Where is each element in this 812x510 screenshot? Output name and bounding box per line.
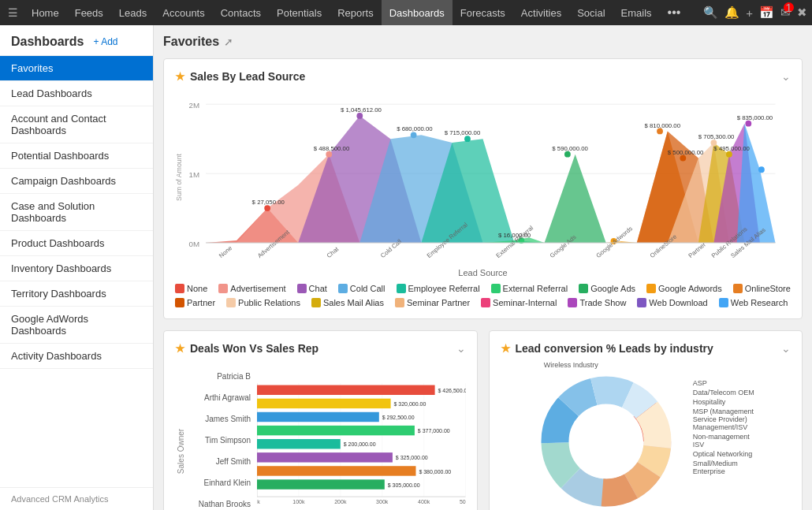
svg-point-7 — [264, 205, 270, 211]
legend-external-referral: External Referral — [491, 284, 568, 293]
bar-label-3: Tim Simpson — [191, 436, 251, 445]
svg-text:$ 488,500.00: $ 488,500.00 — [314, 145, 350, 152]
svg-rect-60 — [257, 439, 341, 449]
svg-text:$ 27,050.00: $ 27,050.00 — [252, 199, 285, 206]
legend-hospitality: Hospitality — [693, 398, 764, 406]
svg-text:$ 320,000.00: $ 320,000.00 — [393, 401, 426, 407]
bar-label-2: James Smith — [191, 415, 251, 423]
bar-label-0: Patricia B — [191, 372, 251, 381]
calendar-icon[interactable]: 📅 — [759, 6, 774, 20]
sidebar-item-inventory[interactable]: Inventory Dashboards — [0, 256, 153, 281]
nav-accounts[interactable]: Accounts — [155, 0, 212, 25]
svg-text:0k: 0k — [257, 499, 260, 504]
chart1-collapse[interactable]: ⌄ — [781, 70, 791, 83]
sidebar: Dashboards + Add Favorites Lead Dashboar… — [0, 25, 154, 510]
chart-sales-by-lead-source: ★ Sales By Lead Source ⌄ 2M 1M 0M Sum of… — [163, 58, 803, 319]
content-area: Favorites ➚ ★ Sales By Lead Source ⌄ 2M … — [154, 25, 812, 510]
user-icon[interactable]: ✖ — [797, 6, 807, 20]
svg-text:100k: 100k — [292, 499, 305, 504]
nav-home[interactable]: Home — [24, 0, 67, 25]
svg-point-15 — [657, 128, 663, 135]
svg-point-9 — [356, 113, 363, 119]
chart1-title-text: Sales By Lead Source — [190, 70, 305, 83]
sidebar-title: Dashboards — [11, 35, 84, 49]
main-layout: Dashboards + Add Favorites Lead Dashboar… — [0, 25, 812, 510]
nav-dashboards[interactable]: Dashboards — [382, 0, 453, 25]
nav-emails[interactable]: Emails — [613, 0, 660, 25]
sidebar-header: Dashboards + Add — [0, 25, 153, 56]
nav-contacts[interactable]: Contacts — [213, 0, 269, 25]
legend-none: None — [175, 284, 207, 293]
svg-rect-52 — [257, 385, 435, 395]
svg-text:$ 377,000.00: $ 377,000.00 — [418, 428, 450, 434]
legend-public-relations: Public Relations — [226, 298, 300, 307]
external-link-icon[interactable]: ➚ — [224, 35, 233, 48]
sidebar-item-account-contact[interactable]: Account and Contact Dashboards — [0, 106, 153, 143]
sidebar-item-favorites[interactable]: Favorites — [0, 56, 153, 81]
sidebar-item-google-adwords[interactable]: Google AdWords Dashboards — [0, 307, 153, 344]
svg-point-13 — [564, 151, 571, 158]
svg-text:None: None — [218, 244, 233, 259]
legend-non-mgmt: Non-managementISV — [693, 433, 764, 449]
svg-text:Chat: Chat — [326, 245, 341, 259]
nav-activities[interactable]: Activities — [513, 0, 569, 25]
nav-forecasts[interactable]: Forecasts — [453, 0, 513, 25]
legend-wireless: Wireless Industry — [527, 361, 598, 369]
legend-asp: ASP — [693, 379, 764, 387]
nav-reports[interactable]: Reports — [330, 0, 382, 25]
legend-msp: MSP (ManagementService Provider)Manageme… — [693, 408, 764, 431]
svg-text:$ 292,500.00: $ 292,500.00 — [382, 415, 415, 420]
nav-potentials[interactable]: Potentials — [269, 0, 330, 25]
svg-rect-58 — [257, 426, 415, 435]
svg-text:$ 305,000.00: $ 305,000.00 — [388, 482, 420, 488]
svg-text:$ 705,300.00: $ 705,300.00 — [698, 133, 735, 140]
svg-text:$ 500,000.00: $ 500,000.00 — [668, 149, 704, 156]
svg-text:$ 680,000.00: $ 680,000.00 — [397, 125, 433, 132]
svg-text:$ 1,045,612.00: $ 1,045,612.00 — [341, 106, 382, 114]
svg-text:0M: 0M — [189, 240, 200, 248]
legend-google-adwords: Google Adwords — [646, 284, 722, 293]
sidebar-item-campaign[interactable]: Campaign Dashboards — [0, 169, 153, 194]
sidebar-item-product[interactable]: Product Dashboards — [0, 231, 153, 256]
sidebar-item-potential[interactable]: Potential Dashboards — [0, 143, 153, 169]
svg-text:300k: 300k — [376, 499, 389, 504]
nav-social[interactable]: Social — [569, 0, 613, 25]
svg-text:500k: 500k — [460, 499, 466, 504]
top-nav: ☰ Home Feeds Leads Accounts Contacts Pot… — [0, 0, 812, 25]
nav-more[interactable]: ••• — [660, 0, 689, 25]
svg-text:$ 715,000.00: $ 715,000.00 — [445, 129, 481, 136]
svg-point-18 — [726, 151, 732, 158]
svg-text:400k: 400k — [418, 499, 430, 504]
svg-rect-66 — [257, 479, 385, 489]
legend-chat: Chat — [297, 284, 327, 293]
nav-leads[interactable]: Leads — [111, 0, 155, 25]
legend-optical: Optical Networking — [693, 450, 764, 458]
bar-label-4: Jeff Smith — [191, 457, 251, 466]
plus-icon[interactable]: + — [746, 6, 753, 20]
chart2-bar-labels: Patricia B Arthi Agrawal James Smith Tim… — [191, 366, 254, 510]
search-icon[interactable]: 🔍 — [703, 6, 718, 20]
mail-wrap: ✉ 1 — [780, 6, 791, 20]
svg-text:$ 835,000.00: $ 835,000.00 — [737, 114, 773, 121]
chart3-title-text: Lead conversion % Leads by industry — [516, 342, 713, 355]
chart2-collapse[interactable]: ⌄ — [456, 342, 466, 355]
legend-sme: Small/MediumEnterprise — [693, 460, 764, 475]
chart3-legend: Wireless Industry ASP Data/Telecom OEM H… — [693, 408, 764, 475]
chart2-header: ★ Deals Won Vs Sales Rep ⌄ — [175, 342, 466, 355]
sidebar-item-activity[interactable]: Activity Dashboards — [0, 344, 153, 369]
legend-web-download: Web Download — [637, 298, 707, 307]
chart3-donut-wrap: Wireless Industry ASP Data/Telecom OEM H… — [501, 363, 792, 510]
sidebar-item-territory[interactable]: Territory Dashboards — [0, 281, 153, 307]
svg-text:$ 380,000.00: $ 380,000.00 — [419, 469, 451, 475]
legend-sales-mail: Sales Mail Alias — [311, 298, 384, 307]
sidebar-item-case-solution[interactable]: Case and Solution Dashboards — [0, 194, 153, 231]
svg-point-10 — [411, 132, 417, 138]
mail-badge: 1 — [784, 2, 794, 13]
nav-feeds[interactable]: Feeds — [67, 0, 111, 25]
sidebar-add-button[interactable]: + Add — [93, 36, 117, 47]
chart3-star: ★ — [501, 342, 511, 355]
sidebar-item-lead-dashboards[interactable]: Lead Dashboards — [0, 81, 153, 106]
chart3-collapse[interactable]: ⌄ — [781, 342, 791, 355]
bell-icon[interactable]: 🔔 — [724, 6, 739, 20]
menu-icon[interactable]: ☰ — [5, 6, 20, 19]
